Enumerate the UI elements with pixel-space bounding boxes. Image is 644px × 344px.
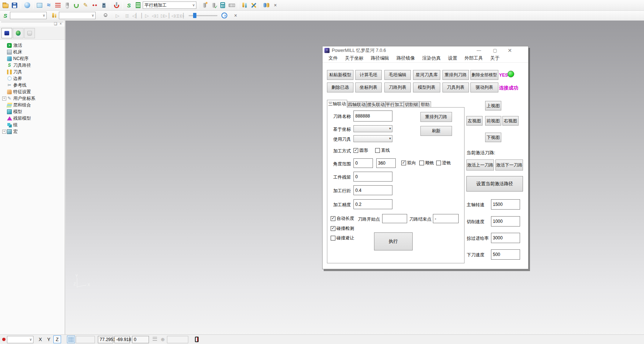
sim-tool-dropdown[interactable]: ∨	[59, 12, 96, 19]
activate-next-toolpath-button[interactable]: 激活下一刀路	[495, 159, 523, 171]
pattern-icon[interactable]	[81, 1, 90, 10]
toolpath-list-button[interactable]: 刀路列表	[384, 83, 411, 92]
tab-trash[interactable]	[24, 28, 35, 38]
tool-list-button[interactable]: 刀具列表	[442, 83, 469, 92]
paste-new-model-button[interactable]: 粘贴新模型	[327, 70, 353, 80]
save-icon[interactable]	[10, 1, 19, 10]
pause-button[interactable]	[122, 11, 131, 20]
tab-help[interactable]: 帮助	[419, 101, 431, 108]
boundary-icon[interactable]	[72, 1, 81, 10]
end-point-input[interactable]	[433, 214, 459, 223]
tree-item-macros[interactable]: 宏	[2, 128, 65, 135]
tree-item-toolpaths[interactable]: 刀具路径	[2, 62, 65, 69]
view-left-button[interactable]: 左视图	[466, 116, 483, 126]
panel-gripper[interactable]	[1, 21, 64, 27]
speed-slider[interactable]	[189, 11, 217, 20]
tool-holder-icon[interactable]	[99, 1, 108, 10]
tree-item-nc-programs[interactable]: NC程序	[2, 55, 65, 62]
stock-allowance-input[interactable]	[353, 172, 392, 182]
tree-item-patterns[interactable]: 参考线	[2, 82, 65, 88]
tab-world[interactable]	[13, 28, 24, 38]
bidirectional-checkbox[interactable]: 双向	[401, 160, 416, 166]
workplane-combo[interactable]: ∨	[7, 336, 33, 343]
set-active-path-button[interactable]: 设置当前激活路径	[466, 176, 523, 192]
expand-icon[interactable]	[2, 96, 6, 101]
step-forward-button[interactable]	[140, 11, 150, 20]
grid-toggle-button[interactable]	[67, 336, 75, 343]
view-front-button[interactable]: 前视图	[485, 116, 501, 126]
rearrange-button[interactable]: 重排列刀路	[420, 112, 452, 122]
float-panel-icon[interactable]	[53, 22, 58, 26]
open-file-icon[interactable]	[1, 1, 10, 10]
spindle-speed-input[interactable]	[491, 199, 520, 210]
collision-avoid-checkbox[interactable]: 碰撞避让	[331, 235, 354, 241]
play-button[interactable]	[113, 11, 122, 20]
probe-icon[interactable]	[161, 337, 165, 342]
maximize-button[interactable]: ▢	[489, 46, 501, 55]
activate-prev-toolpath-button[interactable]: 激活上一刀路	[466, 159, 494, 171]
tree-item-groups[interactable]: 组	[2, 122, 65, 128]
tool-icon[interactable]	[63, 1, 72, 10]
tool-library-button[interactable]: 星河刀具库	[413, 70, 440, 80]
strategy-dropdown[interactable]: 平行精加工 ∨	[143, 1, 196, 9]
menu-about[interactable]: 关于	[487, 55, 503, 62]
axis-x-button[interactable]: X	[36, 336, 44, 343]
tab-cutting-saw[interactable]: 切割锯	[404, 101, 419, 108]
coord-list-button[interactable]: 坐标列表	[355, 83, 382, 92]
estimate-icon[interactable]	[227, 1, 236, 10]
tree-item-activate[interactable]: 激活	[2, 42, 65, 49]
go-to-end-button[interactable]	[177, 11, 186, 20]
close-panel-icon[interactable]	[58, 22, 63, 26]
view-top-button[interactable]: 上视图	[485, 101, 501, 110]
calc-block-button[interactable]: 计算毛坯	[355, 70, 382, 80]
tool-change-icon[interactable]	[240, 1, 249, 10]
tree-item-boundaries[interactable]: 边界	[2, 75, 65, 82]
strategy-icon[interactable]	[124, 1, 134, 10]
menu-path-mirror[interactable]: 路径镜像	[393, 55, 419, 62]
tree-item-models[interactable]: 模型	[2, 108, 65, 115]
close-toolbar-icon[interactable]	[231, 11, 240, 20]
strategy-list-icon[interactable]	[134, 1, 143, 10]
coordinate-list-icon[interactable]	[153, 337, 157, 342]
use-tool-select[interactable]	[353, 135, 392, 142]
axis-y-button[interactable]: Y	[45, 336, 53, 343]
collision-check-checkbox[interactable]: 碰撞检测	[331, 225, 354, 232]
rewind-button[interactable]	[150, 11, 159, 20]
minimize-button[interactable]: —	[473, 46, 485, 55]
tree-item-levels-and-sets[interactable]: 层和组合	[2, 102, 65, 108]
expand-icon[interactable]	[2, 130, 6, 134]
mode-line-checkbox[interactable]: 直线	[375, 147, 390, 154]
delete-selected-button[interactable]: 删除已选	[327, 83, 353, 92]
axis-z-button[interactable]: Z	[53, 336, 61, 343]
model-list-button[interactable]: 模型列表	[413, 83, 440, 92]
cutting-feed-input[interactable]	[491, 216, 520, 227]
points-icon[interactable]	[90, 1, 99, 10]
execute-button[interactable]: 执行	[374, 232, 413, 250]
menu-file[interactable]: 文件	[325, 55, 341, 62]
close-button[interactable]: ✕	[504, 46, 516, 55]
verify-toolpath-icon[interactable]	[200, 1, 209, 10]
sim-toolpath-dropdown[interactable]: ∨	[10, 12, 47, 19]
rearrange-toolpath-button[interactable]: 重排列刀路	[442, 70, 469, 80]
view-right-button[interactable]: 右视图	[502, 116, 519, 126]
angle-from-input[interactable]	[353, 158, 373, 168]
menu-path-edit[interactable]: 路径编辑	[367, 55, 393, 62]
stepover-input[interactable]	[353, 185, 392, 195]
auto-length-checkbox[interactable]: 自动长度	[331, 215, 354, 222]
step-back-button[interactable]	[131, 11, 140, 20]
fast-forward-button[interactable]	[159, 11, 168, 20]
delete-all-models-button[interactable]: 删除全部模型	[470, 70, 498, 80]
view-bottom-button[interactable]: 下视图	[485, 133, 501, 142]
tree-item-machine-tool[interactable]: 机床	[2, 49, 65, 55]
conventional-checkbox[interactable]: 逆铣	[436, 160, 451, 166]
calculator-icon[interactable]	[218, 1, 227, 10]
tree-item-stock-models[interactable]: 残留模型	[2, 115, 65, 122]
panel-toggle-icon[interactable]	[195, 337, 199, 342]
lightbulb-icon[interactable]	[101, 11, 110, 20]
go-to-start-button[interactable]	[168, 11, 177, 20]
simulation-icon[interactable]	[261, 1, 271, 10]
collision-check-icon[interactable]	[112, 1, 121, 10]
tools-icon[interactable]	[50, 11, 59, 20]
mode-circle-checkbox[interactable]: 圆形	[353, 147, 368, 154]
block-edit-button[interactable]: 毛坯编辑	[384, 70, 411, 80]
